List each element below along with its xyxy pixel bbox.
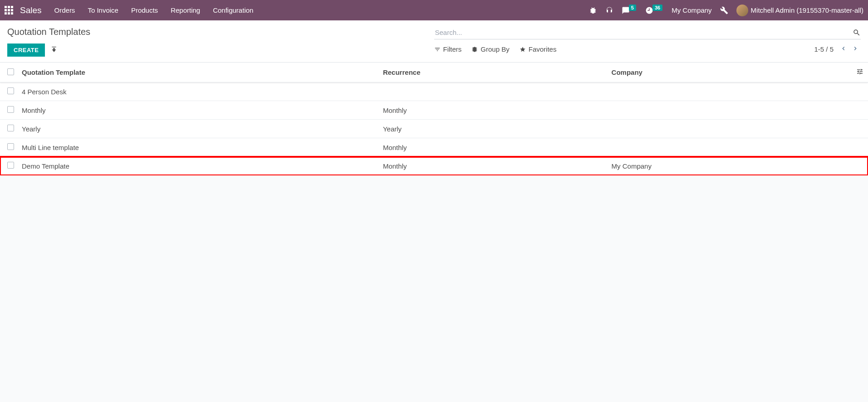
groupby-button[interactable]: Group By xyxy=(471,45,509,53)
row-checkbox-cell xyxy=(0,82,18,101)
row-checkbox[interactable] xyxy=(7,87,14,94)
table-row[interactable]: Demo TemplateMonthlyMy Company xyxy=(0,157,868,175)
messaging-badge: 5 xyxy=(629,5,636,11)
cell-company xyxy=(608,120,850,138)
user-name: Mitchell Admin (19155370-master-all) xyxy=(751,6,863,14)
row-checkbox[interactable] xyxy=(7,106,14,113)
support-icon[interactable] xyxy=(605,6,613,15)
cell-recurrence: Monthly xyxy=(379,101,608,120)
search-bar xyxy=(434,27,861,39)
header-checkbox-cell xyxy=(0,63,18,82)
list-view: Quotation Template Recurrence Company 4 … xyxy=(0,63,868,175)
menu-configuration[interactable]: Configuration xyxy=(213,6,253,14)
search-icon[interactable] xyxy=(853,29,861,37)
cell-options xyxy=(850,138,868,157)
top-navbar: Sales Orders To Invoice Products Reporti… xyxy=(0,0,868,20)
menu-products[interactable]: Products xyxy=(131,6,158,14)
pager-prev[interactable] xyxy=(838,44,849,54)
cell-template-name: Monthly xyxy=(18,101,379,120)
row-checkbox-cell xyxy=(0,101,18,120)
cell-template-name: Yearly xyxy=(18,120,379,138)
pager-text: 1-5 / 5 xyxy=(814,45,834,53)
row-checkbox[interactable] xyxy=(7,125,14,131)
groupby-label: Group By xyxy=(481,45,509,53)
row-checkbox[interactable] xyxy=(7,162,14,169)
cell-options xyxy=(850,120,868,138)
row-checkbox-cell xyxy=(0,120,18,138)
cell-recurrence: Monthly xyxy=(379,157,608,175)
cell-options xyxy=(850,82,868,101)
star-icon xyxy=(520,46,526,53)
navbar-right: 5 36 My Company Mitchell Admin (19155370… xyxy=(589,5,863,16)
row-checkbox[interactable] xyxy=(7,143,14,150)
menu-orders[interactable]: Orders xyxy=(54,6,75,14)
select-all-checkbox[interactable] xyxy=(7,68,14,75)
cell-company xyxy=(608,101,850,120)
table-row[interactable]: 4 Person Desk xyxy=(0,82,868,101)
table-row[interactable]: YearlyYearly xyxy=(0,120,868,138)
download-icon[interactable] xyxy=(50,47,58,54)
favorites-label: Favorites xyxy=(529,45,557,53)
timer-icon[interactable]: 36 xyxy=(645,6,663,15)
company-switcher[interactable]: My Company xyxy=(672,6,711,14)
messaging-icon[interactable]: 5 xyxy=(622,6,637,15)
funnel-icon xyxy=(434,46,441,53)
cell-company xyxy=(608,138,850,157)
filters-button[interactable]: Filters xyxy=(434,45,462,53)
row-checkbox-cell xyxy=(0,157,18,175)
pager-next[interactable] xyxy=(850,44,861,54)
page-title: Quotation Templates xyxy=(7,27,434,37)
col-header-company[interactable]: Company xyxy=(608,63,850,82)
quotation-templates-table: Quotation Template Recurrence Company 4 … xyxy=(0,63,868,175)
cell-recurrence: Monthly xyxy=(379,138,608,157)
bug-icon[interactable] xyxy=(589,6,597,15)
col-header-options xyxy=(850,63,868,82)
avatar xyxy=(736,5,748,16)
cell-options xyxy=(850,157,868,175)
cell-company: My Company xyxy=(608,157,850,175)
layers-icon xyxy=(471,46,478,53)
cell-company xyxy=(608,82,850,101)
user-menu[interactable]: Mitchell Admin (19155370-master-all) xyxy=(736,5,863,16)
tools-icon[interactable] xyxy=(720,6,728,15)
cell-recurrence xyxy=(379,82,608,101)
filters-label: Filters xyxy=(443,45,462,53)
search-input[interactable] xyxy=(434,27,853,38)
table-row[interactable]: MonthlyMonthly xyxy=(0,101,868,120)
row-checkbox-cell xyxy=(0,138,18,157)
cell-recurrence: Yearly xyxy=(379,120,608,138)
control-panel: Quotation Templates CREATE Filters xyxy=(0,20,868,63)
menu-to-invoice[interactable]: To Invoice xyxy=(88,6,118,14)
table-row[interactable]: Multi Line templateMonthly xyxy=(0,138,868,157)
cell-template-name: Multi Line template xyxy=(18,138,379,157)
col-header-template[interactable]: Quotation Template xyxy=(18,63,379,82)
main-menu: Orders To Invoice Products Reporting Con… xyxy=(54,6,254,14)
favorites-button[interactable]: Favorites xyxy=(520,45,557,53)
cell-template-name: Demo Template xyxy=(18,157,379,175)
timer-badge: 36 xyxy=(652,5,662,11)
cell-options xyxy=(850,101,868,120)
menu-reporting[interactable]: Reporting xyxy=(171,6,200,14)
apps-grid-icon[interactable] xyxy=(5,6,14,15)
cell-template-name: 4 Person Desk xyxy=(18,82,379,101)
settings-sliders-icon[interactable] xyxy=(856,68,863,75)
col-header-recurrence[interactable]: Recurrence xyxy=(379,63,608,82)
create-button[interactable]: CREATE xyxy=(7,44,45,57)
app-brand[interactable]: Sales xyxy=(20,5,42,15)
